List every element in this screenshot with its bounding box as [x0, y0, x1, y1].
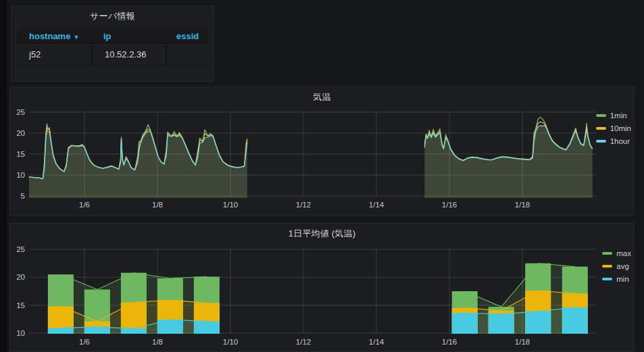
legend-item-max[interactable]: max: [602, 249, 631, 257]
bar-min-1/9[interactable]: [194, 322, 220, 334]
legend-item-1hour[interactable]: 1hour: [596, 137, 631, 145]
x-tick-label: 1/16: [442, 201, 457, 209]
x-tick-label: 1/18: [515, 338, 530, 346]
legend-item-1min[interactable]: 1min: [596, 111, 631, 120]
x-tick-label: 1/10: [223, 201, 238, 209]
server-info-table: hostname▼ ip essid j52 10.52.2.36: [17, 29, 208, 66]
page-left-edge: [0, 0, 7, 352]
x-tick-label: 1/8: [152, 201, 163, 209]
sort-desc-icon: ▼: [73, 34, 79, 41]
y-tick-label: 20: [16, 273, 25, 281]
cell-essid: [166, 43, 208, 66]
x-tick-label: 1/12: [296, 201, 311, 209]
cell-hostname: j52: [17, 43, 91, 66]
temperature-legend: 1min 10min 1hour: [596, 111, 631, 145]
column-header-ip[interactable]: ip: [91, 31, 166, 41]
x-tick-label: 1/14: [369, 201, 385, 209]
y-tick-label: 20: [16, 129, 25, 137]
y-tick-label: 15: [16, 150, 25, 158]
y-tick-label: 25: [16, 108, 25, 116]
bar-min-1/7[interactable]: [121, 328, 147, 334]
series-color-dash: [596, 140, 606, 143]
bar-min-1/19[interactable]: [562, 307, 588, 334]
temperature-graph-panel: 気温 5101520251/61/81/101/121/141/161/18 1…: [9, 86, 635, 216]
bar-min-1/6[interactable]: [84, 327, 110, 334]
bar-min-1/16[interactable]: [452, 313, 478, 334]
column-header-essid[interactable]: essid: [166, 31, 208, 41]
cell-ip: 10.52.2.36: [91, 43, 166, 66]
daily-average-chart[interactable]: 101520251/61/81/101/121/141/161/18: [10, 224, 634, 351]
table-header-row: hostname▼ ip essid: [17, 29, 208, 44]
x-tick-label: 1/10: [223, 338, 238, 346]
bar-min-1/17[interactable]: [489, 314, 514, 334]
temperature-chart[interactable]: 5101520251/61/81/101/121/141/161/18: [10, 87, 634, 215]
y-tick-label: 15: [16, 301, 25, 309]
legend-item-avg[interactable]: avg: [602, 262, 631, 270]
legend-item-min[interactable]: min: [602, 275, 631, 283]
bar-min-1/18[interactable]: [525, 311, 551, 334]
bar-min-1/5[interactable]: [48, 328, 74, 334]
column-header-hostname[interactable]: hostname▼: [17, 31, 91, 41]
x-tick-label: 1/18: [515, 201, 530, 209]
x-tick-label: 1/16: [442, 338, 457, 346]
server-info-panel: サーバ情報 hostname▼ ip essid j52 10.52.2.36: [11, 5, 214, 82]
x-tick-label: 1/6: [79, 338, 90, 346]
table-row: j52 10.52.2.36: [17, 44, 208, 66]
x-tick-label: 1/14: [369, 338, 385, 346]
y-tick-label: 10: [16, 171, 25, 179]
daily-average-panel: 1日平均値 (気温) 101520251/61/81/101/121/141/1…: [9, 223, 635, 352]
x-tick-label: 1/6: [79, 201, 90, 209]
series-area-fill-1: [424, 126, 592, 198]
daily-average-legend: max avg min: [602, 249, 631, 283]
series-color-dash: [596, 114, 606, 117]
series-color-dash: [596, 127, 606, 130]
series-color-dash: [602, 265, 612, 268]
y-tick-label: 25: [16, 245, 25, 253]
series-color-dash: [602, 278, 612, 280]
y-tick-label: 10: [16, 329, 25, 337]
x-tick-label: 1/8: [152, 338, 163, 346]
panel-title-server-info[interactable]: サーバ情報: [11, 10, 214, 22]
series-color-dash: [602, 252, 612, 255]
x-tick-label: 1/12: [296, 338, 311, 346]
y-tick-label: 5: [21, 192, 25, 200]
legend-item-10min[interactable]: 10min: [596, 124, 631, 132]
